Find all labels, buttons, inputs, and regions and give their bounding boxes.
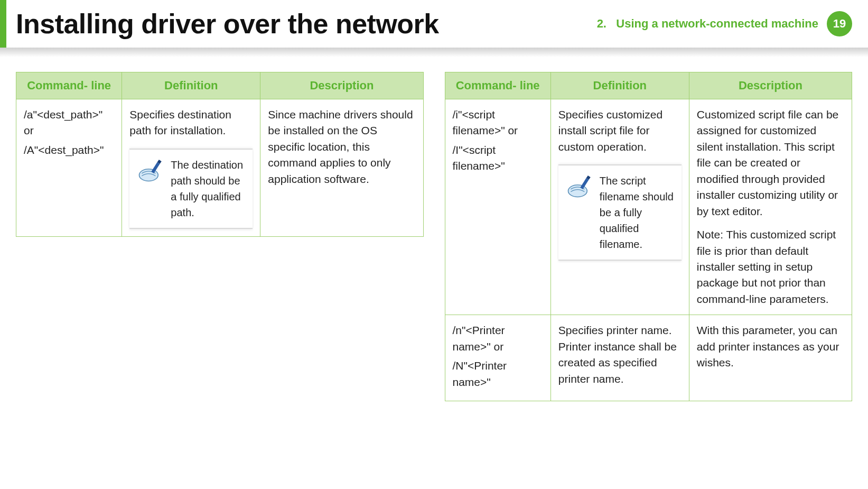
cmd-variant-b: /I"<script filename>": [453, 142, 543, 174]
cell-command: /a"<dest_path>" or /A"<dest_path>": [16, 99, 122, 237]
note-box: The script filename should be a fully qu…: [558, 164, 682, 261]
cell-definition: Specifies destination path for installat…: [122, 99, 260, 237]
right-column: Command- line Definition Description /i"…: [445, 72, 853, 401]
table-row: /i"<script filename>" or /I"<script file…: [445, 99, 852, 315]
cell-description: With this parameter, you can add printer…: [689, 315, 852, 401]
table-row: /a"<dest_path>" or /A"<dest_path>" Speci…: [16, 99, 424, 237]
header-right: 2. Using a network-connected machine 19: [597, 11, 852, 36]
cmd-variant-a: /i"<script filename>" or: [453, 107, 543, 139]
note-icon: [136, 157, 163, 184]
description-note: Note: This customized script file is pri…: [697, 227, 844, 307]
definition-text: Specifies destination path for installat…: [129, 107, 253, 139]
cell-definition: Specifies customized install script file…: [550, 99, 689, 315]
cell-command: /n"<Printer name>" or /N"<Printer name>": [445, 315, 550, 401]
cmd-variant-a: /a"<dest_path>" or: [24, 107, 114, 139]
content-area: Command- line Definition Description /a"…: [0, 72, 868, 401]
section-number: 2.: [597, 17, 606, 30]
note-icon: [565, 173, 592, 200]
page-header: Installing driver over the network 2. Us…: [0, 0, 868, 48]
header-command-line: Command- line: [445, 72, 550, 99]
cell-command: /i"<script filename>" or /I"<script file…: [445, 99, 550, 315]
table-row: /n"<Printer name>" or /N"<Printer name>"…: [445, 315, 852, 401]
left-column: Command- line Definition Description /a"…: [16, 72, 424, 401]
header-command-line: Command- line: [16, 72, 122, 99]
cell-description: Since machine drivers should be installe…: [260, 99, 423, 237]
table-header-row: Command- line Definition Description: [445, 72, 852, 99]
description-text: Since machine drivers should be installe…: [268, 107, 415, 187]
page-title: Installing driver over the network: [6, 8, 439, 40]
cmd-variant-a: /n"<Printer name>" or: [453, 322, 543, 355]
definition-text: Specifies printer name. Printer instance…: [558, 322, 682, 387]
header-definition: Definition: [550, 72, 689, 99]
header-shadow: [0, 48, 868, 57]
page-number-badge: 19: [827, 11, 852, 36]
right-table: Command- line Definition Description /i"…: [445, 72, 853, 401]
cmd-variant-b: /N"<Printer name>": [453, 358, 543, 390]
table-header-row: Command- line Definition Description: [16, 72, 424, 99]
cmd-variant-b: /A"<dest_path>": [24, 142, 114, 158]
section-text: Using a network-connected machine: [616, 17, 818, 30]
description-text: Customized script file can be assigned f…: [697, 107, 844, 219]
definition-text: Specifies customized install script file…: [558, 107, 682, 155]
cell-definition: Specifies printer name. Printer instance…: [550, 315, 689, 401]
left-table: Command- line Definition Description /a"…: [16, 72, 424, 237]
header-description: Description: [260, 72, 423, 99]
section-label: 2. Using a network-connected machine: [597, 17, 818, 31]
note-text: The script filename should be a fully qu…: [600, 173, 675, 252]
header-description: Description: [689, 72, 852, 99]
note-text: The destination path should be a fully q…: [171, 157, 246, 220]
header-definition: Definition: [122, 72, 260, 99]
note-box: The destination path should be a fully q…: [129, 149, 253, 229]
description-text: With this parameter, you can add printer…: [697, 322, 844, 371]
cell-description: Customized script file can be assigned f…: [689, 99, 852, 315]
